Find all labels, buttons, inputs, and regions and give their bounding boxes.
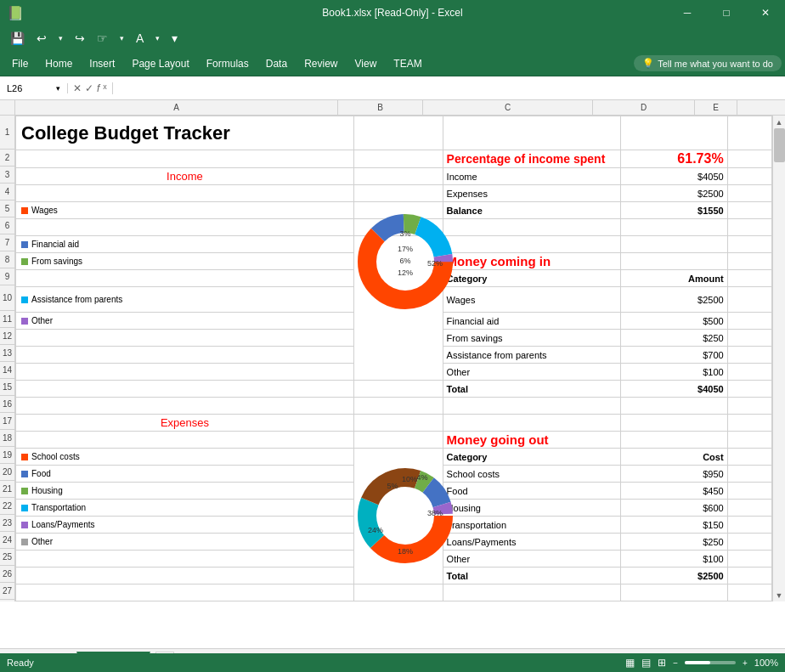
view-normal-icon[interactable]: ▦ [625, 657, 635, 669]
cell-d2[interactable]: 61.73% [620, 150, 727, 168]
cell-c23[interactable]: Transportation [443, 517, 620, 534]
cell-b18[interactable] [353, 432, 443, 449]
maximize-button[interactable]: □ [707, 0, 746, 25]
scroll-up-button[interactable]: ▲ [773, 116, 785, 128]
cell-e1[interactable] [727, 116, 771, 150]
cell-c6[interactable] [443, 219, 620, 236]
menu-file[interactable]: File [3, 54, 37, 73]
cell-d3[interactable]: $4050 [620, 168, 727, 185]
view-layout-icon[interactable]: ▤ [641, 657, 651, 669]
cell-d25[interactable]: $100 [620, 551, 727, 568]
cell-a17[interactable]: Expenses [16, 415, 354, 432]
menu-data[interactable]: Data [257, 54, 296, 73]
cell-c25[interactable]: Other [443, 551, 620, 568]
cell-d23[interactable]: $150 [620, 517, 727, 534]
cell-a10[interactable]: Assistance from parents [16, 287, 354, 313]
cell-e15[interactable] [727, 381, 771, 398]
menu-home[interactable]: Home [37, 54, 81, 73]
cell-d20[interactable]: $950 [620, 466, 727, 483]
cell-e7[interactable] [727, 236, 771, 253]
cell-b27[interactable] [353, 584, 443, 601]
cell-d26[interactable]: $2500 [620, 568, 727, 584]
touchmode-dropdown[interactable]: ▾ [116, 32, 127, 44]
cell-e26[interactable] [727, 568, 771, 584]
cell-a23[interactable]: Loans/Payments [16, 517, 354, 534]
cell-c24[interactable]: Loans/Payments [443, 534, 620, 551]
cell-e9[interactable] [727, 270, 771, 287]
cell-e21[interactable] [727, 483, 771, 500]
cell-e3[interactable] [727, 168, 771, 185]
menu-team[interactable]: TEAM [385, 54, 430, 73]
cell-a24[interactable]: Other [16, 534, 354, 551]
cell-d1[interactable] [620, 116, 727, 150]
cell-d4[interactable]: $2500 [620, 185, 727, 202]
cell-a16[interactable] [16, 398, 354, 415]
cell-a12[interactable] [16, 330, 354, 347]
cell-d24[interactable]: $250 [620, 534, 727, 551]
menu-formulas[interactable]: Formulas [198, 54, 257, 73]
cell-a14[interactable] [16, 364, 354, 381]
zoom-slider[interactable] [685, 661, 736, 664]
insert-function-icon[interactable]: f [97, 82, 99, 94]
undo-dropdown[interactable]: ▾ [55, 32, 66, 44]
save-icon[interactable]: 💾 [7, 30, 28, 47]
tell-me-input[interactable]: 💡 Tell me what you want to do [634, 55, 782, 71]
scroll-thumb[interactable] [774, 128, 785, 162]
cell-c11[interactable]: Financial aid [443, 313, 620, 330]
touchmode-icon[interactable]: ☞ [93, 30, 111, 47]
cell-c16[interactable] [443, 398, 620, 415]
cell-e25[interactable] [727, 551, 771, 568]
cell-e17[interactable] [727, 415, 771, 432]
cell-d27[interactable] [620, 584, 727, 601]
cell-c7[interactable] [443, 236, 620, 253]
cell-a27[interactable] [16, 584, 354, 601]
cell-ref-dropdown[interactable]: ▾ [56, 84, 60, 93]
menu-view[interactable]: View [347, 54, 386, 73]
cell-d13[interactable]: $700 [620, 347, 727, 364]
cell-e27[interactable] [727, 584, 771, 601]
cell-a15[interactable] [16, 381, 354, 398]
cell-c13[interactable]: Assistance from parents [443, 347, 620, 364]
cell-d7[interactable] [620, 236, 727, 253]
close-button[interactable]: ✕ [746, 0, 785, 25]
cell-d5[interactable]: $1550 [620, 202, 727, 219]
cell-e14[interactable] [727, 364, 771, 381]
cell-c26[interactable]: Total [443, 568, 620, 584]
cell-a26[interactable] [16, 568, 354, 584]
cell-b15[interactable] [353, 381, 443, 398]
zoom-out-icon[interactable]: − [673, 658, 678, 668]
cell-a9[interactable] [16, 270, 354, 287]
cell-e10[interactable] [727, 287, 771, 313]
font-icon[interactable]: A [133, 30, 147, 47]
cell-d15[interactable]: $4050 [620, 381, 727, 398]
cell-a3[interactable]: Income [16, 168, 354, 185]
cell-e16[interactable] [727, 398, 771, 415]
zoom-in-icon[interactable]: + [743, 658, 748, 668]
cell-d8[interactable] [620, 253, 727, 270]
cell-a21[interactable]: Housing [16, 483, 354, 500]
cell-c5[interactable]: Balance [443, 202, 620, 219]
cell-e4[interactable] [727, 185, 771, 202]
cell-a5[interactable]: Wages [16, 202, 354, 219]
cell-e19[interactable] [727, 449, 771, 466]
cell-c19[interactable]: Category [443, 449, 620, 466]
cell-a11[interactable]: Other [16, 313, 354, 330]
cell-c18[interactable]: Money going out [443, 432, 620, 449]
cell-e23[interactable] [727, 517, 771, 534]
cell-a7[interactable]: Financial aid [16, 236, 354, 253]
cell-e24[interactable] [727, 534, 771, 551]
cell-c2[interactable]: Percentage of income spent [443, 150, 620, 168]
cancel-formula-icon[interactable]: ✕ [73, 82, 82, 94]
cell-b2[interactable] [353, 150, 443, 168]
cell-e22[interactable] [727, 500, 771, 517]
cell-a25[interactable] [16, 551, 354, 568]
cell-a8[interactable]: From savings [16, 253, 354, 270]
cell-c9[interactable]: Category [443, 270, 620, 287]
cell-e2[interactable] [727, 150, 771, 168]
cell-e12[interactable] [727, 330, 771, 347]
cell-e13[interactable] [727, 347, 771, 364]
menu-page-layout[interactable]: Page Layout [123, 54, 197, 73]
font-dropdown[interactable]: ▾ [152, 32, 163, 44]
minimize-button[interactable]: ─ [668, 0, 707, 25]
cell-d11[interactable]: $500 [620, 313, 727, 330]
